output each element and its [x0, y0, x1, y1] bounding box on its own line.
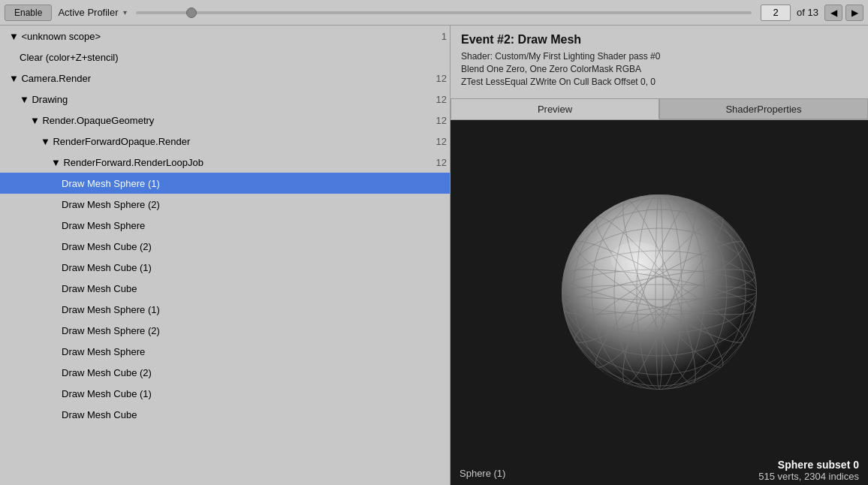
main-content: ▼ <unknown scope>1Clear (color+Z+stencil…	[0, 26, 868, 485]
tree-row-text: ▼ RenderForward.RenderLoopJob	[0, 157, 426, 168]
slider-container	[130, 11, 758, 14]
tree-row-draw-mesh-sphere-b[interactable]: Draw Mesh Sphere	[0, 341, 450, 362]
tree-row-text: Draw Mesh Cube (2)	[0, 367, 426, 378]
tree-row-text: Draw Mesh Sphere	[0, 220, 426, 231]
tree-row-draw-mesh-cube-2b[interactable]: Draw Mesh Cube (2)	[0, 362, 450, 383]
tree-row-text: ▼ Camera.Render	[0, 73, 426, 84]
preview-verts-label: 515 verts, 2304 indices	[758, 471, 859, 482]
tree-row-text: Draw Mesh Sphere (1)	[0, 178, 426, 189]
tree-row-draw-mesh-cube-a[interactable]: Draw Mesh Cube	[0, 278, 450, 299]
preview-label-left: Sphere (1)	[460, 468, 505, 479]
tree-row-text: ▼ Render.OpaqueGeometry	[0, 115, 426, 126]
tree-row-text: Draw Mesh Cube	[0, 409, 426, 420]
tree-row-text: Draw Mesh Sphere (1)	[0, 304, 426, 315]
timeline-slider[interactable]	[136, 11, 752, 14]
next-button[interactable]: ▶	[845, 5, 863, 21]
enable-button[interactable]: Enable	[5, 5, 52, 21]
event-header: Event #2: Draw Mesh Shader: Custom/My Fi…	[451, 26, 868, 92]
tree-row-count: 12	[432, 115, 447, 126]
tree-row-camera-render[interactable]: ▼ Camera.Render12	[0, 68, 450, 89]
tree-row-text: ▼ RenderForwardOpaque.Render	[0, 136, 426, 147]
tree-row-text: Clear (color+Z+stencil)	[0, 52, 426, 63]
tree-row-draw-mesh-sphere-1[interactable]: Draw Mesh Sphere (1)	[0, 173, 450, 194]
prev-icon: ◀	[830, 8, 837, 18]
tree-row-text: ▼ Drawing	[0, 94, 426, 105]
tree-row-draw-mesh-sphere-2[interactable]: Draw Mesh Sphere (2)	[0, 194, 450, 215]
tree-row-count: 12	[432, 157, 447, 168]
tree-row-render-forward-opaque[interactable]: ▼ RenderForwardOpaque.Render12	[0, 131, 450, 152]
of-total-label: of 13	[797, 7, 818, 18]
left-panel: ▼ <unknown scope>1Clear (color+Z+stencil…	[0, 26, 451, 485]
right-panel: Event #2: Draw Mesh Shader: Custom/My Fi…	[451, 26, 868, 485]
prev-button[interactable]: ◀	[824, 5, 842, 21]
event-prop-shader: Shader: Custom/My First Lighting Shader …	[461, 51, 857, 62]
tree-row-drawing[interactable]: ▼ Drawing12	[0, 89, 450, 110]
tree-row-unknown-scope[interactable]: ▼ <unknown scope>1	[0, 26, 450, 47]
svg-point-1	[562, 194, 757, 390]
tree-row-text: Draw Mesh Sphere (2)	[0, 325, 426, 336]
tree-row-draw-mesh-cube-1b[interactable]: Draw Mesh Cube (1)	[0, 383, 450, 404]
dropdown-arrow-icon[interactable]: ▾	[123, 8, 127, 17]
tab-bar: Preview ShaderProperties	[451, 98, 868, 120]
tree-row-render-loop-job[interactable]: ▼ RenderForward.RenderLoopJob12	[0, 152, 450, 173]
preview-subset-label: Sphere subset 0	[758, 459, 859, 471]
tree-row-text: ▼ <unknown scope>	[0, 31, 426, 42]
toolbar: Enable Active Profiler ▾ 2 of 13 ◀ ▶	[0, 0, 868, 26]
tree-row-draw-mesh-cube-b[interactable]: Draw Mesh Cube	[0, 404, 450, 425]
sphere-image	[554, 187, 764, 397]
tree-row-count: 12	[432, 73, 447, 84]
tree-row-draw-mesh-sphere-1b[interactable]: Draw Mesh Sphere (1)	[0, 299, 450, 320]
tree-row-text: Draw Mesh Cube (1)	[0, 388, 426, 399]
tree-row-draw-mesh-cube-2a[interactable]: Draw Mesh Cube (2)	[0, 236, 450, 257]
preview-area: Sphere (1) Sphere subset 0 515 verts, 23…	[451, 120, 868, 485]
tree-row-text: Draw Mesh Cube (2)	[0, 241, 426, 252]
tree-row-draw-mesh-cube-1a[interactable]: Draw Mesh Cube (1)	[0, 257, 450, 278]
tree-row-text: Draw Mesh Cube	[0, 283, 426, 294]
event-title: Event #2: Draw Mesh	[461, 33, 857, 47]
tree-row-render-opaque[interactable]: ▼ Render.OpaqueGeometry12	[0, 110, 450, 131]
tab-preview[interactable]: Preview	[451, 98, 659, 119]
tree-row-count: 12	[432, 94, 447, 105]
tree-row-clear[interactable]: Clear (color+Z+stencil)	[0, 47, 450, 68]
next-icon: ▶	[851, 8, 858, 18]
event-prop-blend: Blend One Zero, One Zero ColorMask RGBA	[461, 64, 857, 74]
active-profiler-label: Active Profiler	[58, 7, 118, 18]
tree-row-count: 1	[432, 31, 447, 42]
tree-row-draw-mesh-sphere[interactable]: Draw Mesh Sphere	[0, 215, 450, 236]
svg-point-22	[610, 242, 663, 275]
tree-row-text: Draw Mesh Sphere (2)	[0, 199, 426, 210]
tree-row-count: 12	[432, 136, 447, 147]
tree-row-text: Draw Mesh Cube (1)	[0, 262, 426, 273]
tab-shader-properties[interactable]: ShaderProperties	[659, 98, 868, 119]
tree-row-draw-mesh-sphere-2b[interactable]: Draw Mesh Sphere (2)	[0, 320, 450, 341]
event-prop-ztest: ZTest LessEqual ZWrite On Cull Back Offs…	[461, 77, 857, 87]
tree-row-text: Draw Mesh Sphere	[0, 346, 426, 357]
page-number-input[interactable]: 2	[761, 5, 791, 21]
preview-label-right: Sphere subset 0 515 verts, 2304 indices	[758, 459, 859, 482]
